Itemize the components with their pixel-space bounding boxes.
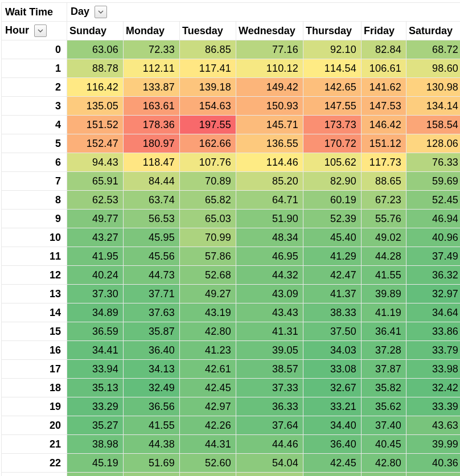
col-header-monday[interactable]: Monday — [124, 22, 180, 40]
heatmap-cell[interactable]: 46.95 — [236, 247, 303, 266]
heatmap-cell[interactable]: 35.13 — [67, 379, 124, 397]
heatmap-cell[interactable]: 35.87 — [124, 322, 180, 341]
heatmap-cell[interactable]: 85.20 — [236, 172, 303, 191]
row-header-hour[interactable]: 3 — [2, 97, 67, 116]
heatmap-cell[interactable]: 48.34 — [236, 228, 303, 247]
heatmap-cell[interactable]: 40.45 — [362, 435, 406, 454]
heatmap-cell[interactable]: 76.33 — [406, 153, 461, 172]
heatmap-cell[interactable]: 51.71 — [406, 473, 461, 477]
col-header-sunday[interactable]: Sunday — [67, 22, 124, 40]
heatmap-cell[interactable]: 37.30 — [67, 285, 124, 303]
row-header-hour[interactable]: 2 — [2, 78, 67, 97]
day-filter-dropdown[interactable] — [95, 6, 107, 18]
heatmap-cell[interactable]: 107.76 — [180, 153, 236, 172]
heatmap-cell[interactable]: 33.94 — [67, 360, 124, 379]
heatmap-cell[interactable]: 88.78 — [67, 59, 124, 78]
heatmap-cell[interactable]: 135.05 — [67, 97, 124, 116]
heatmap-cell[interactable]: 33.86 — [406, 322, 461, 341]
heatmap-cell[interactable]: 46.94 — [406, 210, 461, 228]
heatmap-cell[interactable]: 39.99 — [406, 435, 461, 454]
heatmap-cell[interactable]: 110.12 — [236, 59, 303, 78]
row-header-hour[interactable]: 1 — [2, 59, 67, 78]
heatmap-cell[interactable]: 105.62 — [303, 153, 362, 172]
heatmap-cell[interactable]: 36.33 — [236, 397, 303, 416]
heatmap-cell[interactable]: 32.67 — [303, 379, 362, 397]
row-header-hour[interactable]: 11 — [2, 247, 67, 266]
heatmap-cell[interactable]: 40.36 — [406, 454, 461, 473]
heatmap-cell[interactable]: 72.33 — [124, 40, 180, 59]
heatmap-cell[interactable]: 92.10 — [303, 40, 362, 59]
heatmap-cell[interactable]: 44.73 — [124, 266, 180, 285]
row-header-hour[interactable]: 19 — [2, 397, 67, 416]
heatmap-cell[interactable]: 117.41 — [180, 59, 236, 78]
heatmap-cell[interactable]: 163.61 — [124, 97, 180, 116]
heatmap-cell[interactable]: 41.23 — [180, 341, 236, 360]
row-header-hour[interactable]: 6 — [2, 153, 67, 172]
heatmap-cell[interactable]: 44.31 — [180, 435, 236, 454]
heatmap-cell[interactable]: 147.53 — [362, 97, 406, 116]
heatmap-cell[interactable]: 36.41 — [362, 322, 406, 341]
heatmap-cell[interactable]: 158.54 — [406, 116, 461, 134]
heatmap-cell[interactable]: 45.56 — [124, 247, 180, 266]
heatmap-cell[interactable]: 117.73 — [362, 153, 406, 172]
row-header-hour[interactable]: 18 — [2, 379, 67, 397]
heatmap-cell[interactable]: 44.38 — [124, 435, 180, 454]
heatmap-cell[interactable]: 38.57 — [236, 360, 303, 379]
heatmap-cell[interactable]: 36.32 — [406, 266, 461, 285]
heatmap-cell[interactable]: 32.97 — [406, 285, 461, 303]
row-header-hour[interactable]: 13 — [2, 285, 67, 303]
heatmap-cell[interactable]: 37.33 — [236, 379, 303, 397]
heatmap-cell[interactable]: 33.08 — [303, 360, 362, 379]
heatmap-cell[interactable]: 68.72 — [406, 40, 461, 59]
heatmap-cell[interactable]: 154.63 — [180, 97, 236, 116]
heatmap-cell[interactable]: 38.33 — [303, 303, 362, 322]
heatmap-cell[interactable]: 42.45 — [303, 454, 362, 473]
heatmap-cell[interactable]: 37.63 — [124, 303, 180, 322]
heatmap-cell[interactable]: 34.03 — [303, 341, 362, 360]
heatmap-cell[interactable]: 116.42 — [67, 78, 124, 97]
row-header-hour[interactable]: 16 — [2, 341, 67, 360]
hour-filter-dropdown[interactable] — [34, 24, 47, 37]
heatmap-cell[interactable]: 146.42 — [362, 116, 406, 134]
heatmap-cell[interactable]: 51.18 — [362, 473, 406, 477]
heatmap-cell[interactable]: 151.52 — [67, 116, 124, 134]
heatmap-cell[interactable]: 49.77 — [67, 210, 124, 228]
heatmap-cell[interactable]: 118.47 — [124, 153, 180, 172]
heatmap-cell[interactable]: 147.55 — [303, 97, 362, 116]
heatmap-cell[interactable]: 42.97 — [180, 397, 236, 416]
heatmap-cell[interactable]: 53.77 — [67, 473, 124, 477]
heatmap-cell[interactable]: 130.98 — [406, 78, 461, 97]
heatmap-cell[interactable]: 38.98 — [67, 435, 124, 454]
heatmap-cell[interactable]: 152.47 — [67, 134, 124, 153]
heatmap-cell[interactable]: 106.61 — [362, 59, 406, 78]
heatmap-cell[interactable]: 42.61 — [180, 360, 236, 379]
heatmap-cell[interactable]: 33.79 — [406, 341, 461, 360]
heatmap-cell[interactable]: 145.71 — [236, 116, 303, 134]
heatmap-cell[interactable]: 36.40 — [124, 341, 180, 360]
heatmap-cell[interactable]: 67.23 — [362, 191, 406, 210]
col-header-wednesday[interactable]: Wednesday — [236, 22, 303, 40]
row-header-hour[interactable]: 9 — [2, 210, 67, 228]
heatmap-cell[interactable]: 141.62 — [362, 78, 406, 97]
heatmap-cell[interactable]: 35.27 — [67, 416, 124, 435]
heatmap-cell[interactable]: 60.19 — [303, 191, 362, 210]
row-header-hour[interactable]: 5 — [2, 134, 67, 153]
heatmap-cell[interactable]: 84.44 — [124, 172, 180, 191]
heatmap-cell[interactable]: 36.59 — [67, 322, 124, 341]
heatmap-cell[interactable]: 42.45 — [180, 379, 236, 397]
heatmap-cell[interactable]: 37.50 — [303, 322, 362, 341]
heatmap-cell[interactable]: 180.97 — [124, 134, 180, 153]
heatmap-cell[interactable]: 37.64 — [236, 416, 303, 435]
heatmap-cell[interactable]: 65.82 — [180, 191, 236, 210]
heatmap-cell[interactable]: 32.49 — [124, 379, 180, 397]
heatmap-cell[interactable]: 55.76 — [362, 210, 406, 228]
heatmap-cell[interactable]: 65.91 — [67, 172, 124, 191]
heatmap-cell[interactable]: 51.24 — [303, 473, 362, 477]
heatmap-cell[interactable]: 112.11 — [124, 59, 180, 78]
heatmap-cell[interactable]: 98.60 — [406, 59, 461, 78]
heatmap-cell[interactable]: 43.43 — [236, 303, 303, 322]
heatmap-cell[interactable]: 52.60 — [180, 454, 236, 473]
heatmap-cell[interactable]: 49.02 — [362, 228, 406, 247]
heatmap-cell[interactable]: 128.06 — [406, 134, 461, 153]
heatmap-cell[interactable]: 94.43 — [67, 153, 124, 172]
